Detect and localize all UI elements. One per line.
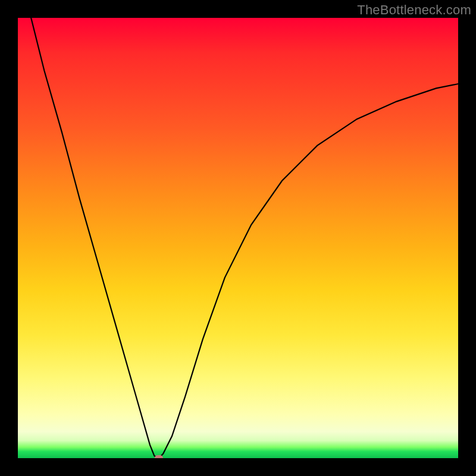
plot-area xyxy=(18,18,458,458)
chart-frame: TheBottleneck.com xyxy=(0,0,476,476)
optimum-marker xyxy=(155,455,163,458)
watermark-text: TheBottleneck.com xyxy=(357,2,471,18)
bottleneck-curve xyxy=(18,18,458,458)
